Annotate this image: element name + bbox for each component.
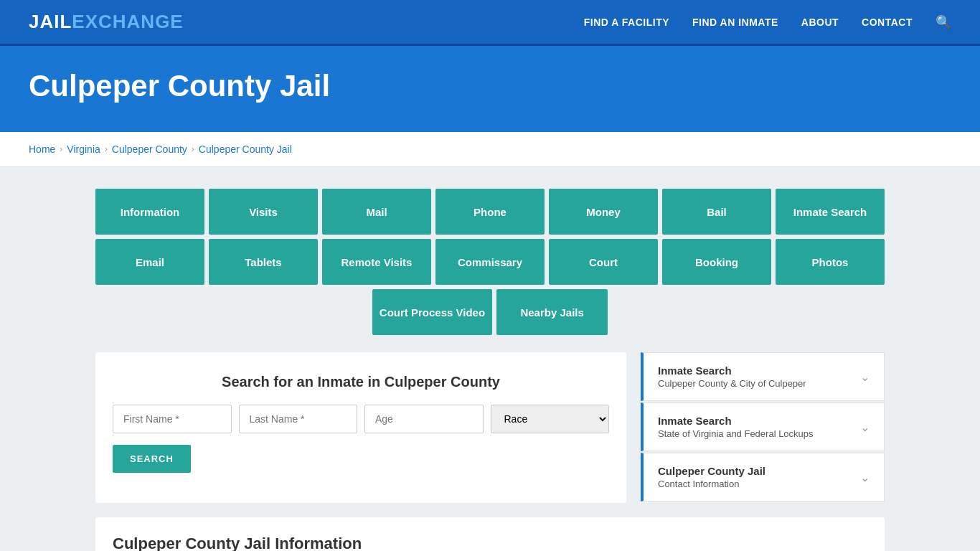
tile-nearby-jails[interactable]: Nearby Jails	[496, 289, 608, 335]
breadcrumb-sep2: ›	[105, 144, 108, 154]
widget2-title: Inmate Search	[658, 415, 814, 427]
logo-jail: JAIL	[29, 11, 72, 32]
nav-about[interactable]: ABOUT	[801, 17, 839, 28]
chevron-down-icon3: ⌄	[860, 471, 870, 484]
widget3-subtitle: Contact Information	[658, 479, 765, 489]
search-inputs: Race White Black Hispanic Asian Other	[113, 405, 609, 433]
last-name-input[interactable]	[239, 405, 358, 433]
lower-section: Search for an Inmate in Culpeper County …	[95, 352, 885, 503]
widget1-title: Inmate Search	[658, 364, 806, 377]
tile-photos[interactable]: Photos	[776, 239, 885, 285]
main-content: Information Visits Mail Phone Money Bail…	[0, 167, 980, 551]
tile-information[interactable]: Information	[95, 189, 204, 235]
widget1-subtitle: Culpeper County & City of Culpeper	[658, 378, 806, 389]
tile-booking[interactable]: Booking	[662, 239, 771, 285]
tile-money[interactable]: Money	[549, 189, 658, 235]
tile-bail[interactable]: Bail	[662, 189, 771, 235]
logo-exchange: EXCHANGE	[72, 11, 183, 32]
tile-tablets[interactable]: Tablets	[209, 239, 318, 285]
breadcrumb-virginia[interactable]: Virginia	[67, 143, 100, 155]
header-search-button[interactable]: 🔍	[936, 14, 951, 30]
breadcrumb-home[interactable]: Home	[29, 143, 55, 155]
bottom-section-title: Culpeper County Jail Information	[113, 534, 867, 551]
search-form-title: Search for an Inmate in Culpeper County	[113, 374, 609, 390]
page-title: Culpeper County Jail	[29, 69, 951, 103]
page-title-banner: Culpeper County Jail	[0, 46, 980, 132]
site-header: JAILEXCHANGE FIND A FACILITY FIND AN INM…	[0, 0, 980, 46]
race-select[interactable]: Race White Black Hispanic Asian Other	[491, 405, 610, 433]
tiles-row2: Email Tablets Remote Visits Commissary C…	[95, 239, 885, 285]
breadcrumb-current[interactable]: Culpeper County Jail	[199, 143, 292, 155]
widget-inmate-search-culpeper[interactable]: Inmate Search Culpeper County & City of …	[641, 352, 885, 401]
tile-remote-visits[interactable]: Remote Visits	[322, 239, 431, 285]
nav-contact[interactable]: CONTACT	[862, 17, 913, 28]
breadcrumb-sep3: ›	[192, 144, 194, 154]
widget3-title: Culpeper County Jail	[658, 465, 765, 477]
tile-court[interactable]: Court	[549, 239, 658, 285]
widget2-subtitle: State of Virginia and Federal Lockups	[658, 428, 814, 439]
nav-find-facility[interactable]: FIND A FACILITY	[584, 17, 669, 28]
tile-phone[interactable]: Phone	[435, 189, 545, 235]
tile-email[interactable]: Email	[95, 239, 204, 285]
breadcrumb: Home › Virginia › Culpeper County › Culp…	[0, 132, 980, 167]
tile-mail[interactable]: Mail	[322, 189, 431, 235]
site-logo[interactable]: JAILEXCHANGE	[29, 11, 184, 33]
widget-contact-info[interactable]: Culpeper County Jail Contact Information…	[641, 453, 885, 501]
age-input[interactable]	[364, 405, 484, 433]
tile-inmate-search[interactable]: Inmate Search	[776, 189, 885, 235]
bottom-section: Culpeper County Jail Information	[95, 517, 885, 551]
tile-visits[interactable]: Visits	[209, 189, 318, 235]
main-nav: FIND A FACILITY FIND AN INMATE ABOUT CON…	[584, 14, 951, 30]
breadcrumb-sep1: ›	[60, 144, 62, 154]
tile-court-process-video[interactable]: Court Process Video	[372, 289, 492, 335]
chevron-down-icon2: ⌄	[860, 420, 870, 434]
first-name-input[interactable]	[113, 405, 232, 433]
tile-commissary[interactable]: Commissary	[435, 239, 545, 285]
nav-find-inmate[interactable]: FIND AN INMATE	[692, 17, 778, 28]
breadcrumb-culpeper-county[interactable]: Culpeper County	[112, 143, 187, 155]
tiles-row3: Court Process Video Nearby Jails	[95, 289, 885, 335]
search-button[interactable]: SEARCH	[113, 445, 191, 473]
chevron-down-icon: ⌄	[860, 370, 870, 384]
search-form-box: Search for an Inmate in Culpeper County …	[95, 352, 626, 503]
widget-inmate-search-virginia[interactable]: Inmate Search State of Virginia and Fede…	[641, 402, 885, 451]
sidebar-widgets: Inmate Search Culpeper County & City of …	[641, 352, 885, 503]
tiles-row1: Information Visits Mail Phone Money Bail…	[95, 189, 885, 235]
